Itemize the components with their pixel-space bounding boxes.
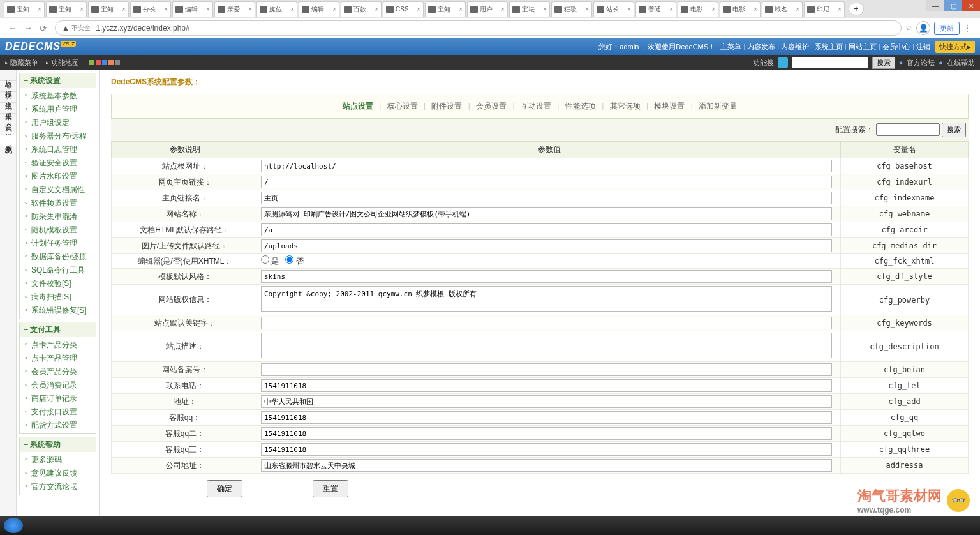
close-tab-icon[interactable]: × [375,6,378,13]
config-text-input[interactable] [261,207,832,220]
config-text-input[interactable] [261,411,832,424]
browser-tab[interactable]: 媒位× [256,1,297,17]
config-tab[interactable]: 添加新变量 [695,102,741,110]
close-window-button[interactable]: ✕ [962,0,980,11]
config-tab[interactable]: 会员设置 [472,102,510,110]
sidebar-item[interactable]: 病毒扫描[S] [20,290,96,304]
browser-tab[interactable]: 宝知× [46,1,87,17]
sidebar-item[interactable]: 计划任务管理 [20,237,96,250]
sidebar-item[interactable]: 图片水印设置 [20,170,96,183]
close-tab-icon[interactable]: × [332,6,336,13]
close-tab-icon[interactable]: × [711,6,715,13]
sidebar-item[interactable]: 会员消费记录 [20,379,96,392]
sidebar-tab[interactable]: 核心 [0,70,16,81]
browser-tab[interactable]: 宝知× [88,1,129,17]
sidebar-item[interactable]: 软件频道设置 [20,197,96,210]
close-tab-icon[interactable]: × [164,6,168,13]
browser-tab[interactable]: 印尼× [804,1,845,17]
browser-tab[interactable]: CSS× [383,1,424,17]
config-tab[interactable]: 核心设置 [383,102,422,110]
address-bar[interactable]: ▲ 不安全 1.yczz.xyz/dede/index.php# [55,20,902,36]
radio-yes[interactable]: 是 [261,257,279,266]
sidebar-item[interactable]: 验证安全设置 [20,156,96,170]
sidebar-item[interactable]: 自定义文档属性 [20,183,96,197]
close-tab-icon[interactable]: × [80,6,84,13]
close-tab-icon[interactable]: × [122,6,126,13]
hide-menu-button[interactable]: 隐藏菜单 [5,58,38,68]
close-tab-icon[interactable]: × [417,6,420,13]
header-link[interactable]: 主菜单 [720,43,741,50]
sidebar-section-header[interactable]: 系统设置 [20,73,96,88]
sidebar-item[interactable]: 系统错误修复[S] [20,304,96,317]
config-text-input[interactable] [261,223,832,236]
sidebar-section-header[interactable]: 系统帮助 [20,437,96,452]
sidebar-item[interactable]: 商店订单记录 [20,392,96,405]
sidebar-section-header[interactable]: 支付工具 [20,322,96,337]
close-tab-icon[interactable]: × [290,6,294,13]
help-link[interactable]: 在线帮助 [947,58,975,68]
sidebar-item[interactable]: 随机模板设置 [20,223,96,237]
browser-tab[interactable]: 编辑× [299,1,339,17]
close-tab-icon[interactable]: × [627,6,631,13]
config-tab[interactable]: 互动设置 [517,102,555,110]
cfg-search-button[interactable]: 搜索 [942,123,966,137]
browser-tab[interactable]: 普通× [635,1,676,17]
config-tab[interactable]: 性能选项 [561,102,600,110]
toolbar-search-input[interactable] [792,57,868,68]
radio-no[interactable]: 否 [285,257,303,266]
back-button[interactable]: ← [5,20,20,36]
close-tab-icon[interactable]: × [501,6,505,13]
cfg-search-input[interactable] [876,123,940,136]
sidebar-item[interactable]: 支付接口设置 [20,405,96,419]
browser-tab[interactable]: 电影× [678,1,718,17]
config-text-input[interactable] [261,395,832,408]
sidebar-tab[interactable]: 生成 [0,92,16,103]
reload-button[interactable]: ⟳ [36,20,51,36]
browser-tab[interactable]: 分长× [130,1,171,17]
sidebar-tab[interactable]: 会员 [0,114,16,124]
browser-tab[interactable]: 站长× [593,1,634,17]
close-tab-icon[interactable]: × [206,6,210,13]
more-button[interactable]: ⋮ [960,20,975,36]
close-tab-icon[interactable]: × [38,6,41,13]
sidebar-item[interactable]: 用户组设定 [20,116,96,130]
color-orange[interactable] [108,60,114,65]
sidebar-item[interactable]: 官方交流论坛 [20,480,96,494]
update-button[interactable]: 更新 [934,22,960,35]
config-text-input[interactable] [261,270,832,283]
quick-way-button[interactable]: 快捷方式▸ [935,41,975,53]
sidebar-item[interactable]: 系统基本参数 [20,89,96,103]
config-text-input[interactable] [261,379,832,392]
config-tab[interactable]: 附件设置 [427,102,466,110]
close-tab-icon[interactable]: × [838,6,842,13]
close-tab-icon[interactable]: × [543,6,547,13]
browser-tab[interactable]: 狂歌× [551,1,592,17]
config-tab[interactable]: 站点设置 [339,102,377,110]
forum-link[interactable]: 官方论坛 [907,58,935,68]
sidebar-item[interactable]: 数据库备份/还原 [20,250,96,264]
sidebar-item[interactable]: 配货方式设置 [20,419,96,432]
browser-tab[interactable]: 宝知× [4,1,45,17]
browser-tab[interactable]: 编辑× [172,1,213,17]
header-link[interactable]: 内容维护 [781,43,809,50]
close-tab-icon[interactable]: × [585,6,589,13]
config-tab[interactable]: 其它选项 [606,102,644,110]
sidebar-item[interactable]: 文件校验[S] [20,277,96,290]
close-tab-icon[interactable]: × [796,6,799,13]
sidebar-item[interactable]: 意见建议反馈 [20,467,96,480]
sidebar-tab[interactable]: 采集 [0,103,16,114]
sidebar-tab[interactable]: 模块 [0,81,16,92]
close-tab-icon[interactable]: × [669,6,673,13]
func-map-button[interactable]: 功能地图 [46,58,79,68]
bookmark-icon[interactable]: ☆ [905,24,912,33]
sidebar-item[interactable]: 系统日志管理 [20,143,96,156]
browser-tab[interactable]: 百款× [341,1,382,17]
config-text-input[interactable] [261,160,832,172]
sidebar-tab[interactable]: 模板 [0,124,16,135]
browser-tab[interactable]: 亲爱× [214,1,255,17]
header-link[interactable]: 会员中心 [882,43,910,50]
config-textarea[interactable] [261,286,832,312]
sidebar-tab[interactable]: 系统 [0,135,16,146]
sidebar-item[interactable]: 更多源码 [20,453,96,467]
config-text-input[interactable] [261,192,832,204]
